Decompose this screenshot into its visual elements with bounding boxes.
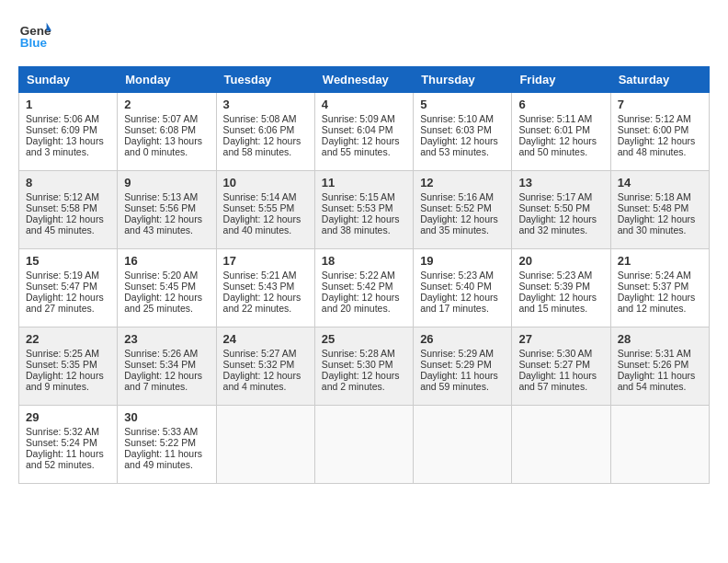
day-number: 14 bbox=[618, 176, 702, 190]
calendar-cell bbox=[414, 406, 512, 484]
day-number: 25 bbox=[322, 332, 406, 346]
daylight-label: Daylight: 12 hours and 48 minutes. bbox=[618, 135, 696, 157]
calendar-cell: 14 Sunrise: 5:18 AM Sunset: 5:48 PM Dayl… bbox=[610, 171, 709, 249]
weekday-header-row: SundayMondayTuesdayWednesdayThursdayFrid… bbox=[19, 67, 710, 93]
sunrise-label: Sunrise: 5:29 AM bbox=[420, 348, 494, 359]
daylight-label: Daylight: 12 hours and 7 minutes. bbox=[124, 370, 202, 392]
sunset-label: Sunset: 5:27 PM bbox=[518, 359, 590, 370]
sunset-label: Sunset: 5:34 PM bbox=[124, 359, 196, 370]
sunrise-label: Sunrise: 5:15 AM bbox=[322, 191, 395, 202]
calendar-cell: 18 Sunrise: 5:22 AM Sunset: 5:42 PM Dayl… bbox=[314, 249, 413, 327]
sunrise-label: Sunrise: 5:25 AM bbox=[26, 348, 99, 359]
weekday-tuesday: Tuesday bbox=[216, 67, 314, 93]
sunset-label: Sunset: 5:40 PM bbox=[420, 281, 492, 292]
sunset-label: Sunset: 6:03 PM bbox=[420, 124, 492, 135]
sunset-label: Sunset: 5:24 PM bbox=[26, 437, 97, 448]
calendar-cell: 16 Sunrise: 5:20 AM Sunset: 5:45 PM Dayl… bbox=[118, 249, 216, 327]
daylight-label: Daylight: 12 hours and 58 minutes. bbox=[223, 135, 301, 157]
sunset-label: Sunset: 6:08 PM bbox=[124, 124, 196, 135]
sunset-label: Sunset: 5:47 PM bbox=[26, 281, 97, 292]
daylight-label: Daylight: 11 hours and 57 minutes. bbox=[518, 370, 597, 392]
calendar-body: 1 Sunrise: 5:06 AM Sunset: 6:09 PM Dayli… bbox=[19, 93, 710, 484]
daylight-label: Daylight: 12 hours and 22 minutes. bbox=[223, 292, 301, 314]
day-number: 29 bbox=[26, 410, 110, 424]
sunrise-label: Sunrise: 5:27 AM bbox=[223, 348, 297, 359]
daylight-label: Daylight: 12 hours and 27 minutes. bbox=[26, 292, 104, 314]
sunset-label: Sunset: 5:42 PM bbox=[322, 281, 393, 292]
sunrise-label: Sunrise: 5:20 AM bbox=[124, 270, 198, 281]
week-row-3: 15 Sunrise: 5:19 AM Sunset: 5:47 PM Dayl… bbox=[19, 249, 710, 327]
sunset-label: Sunset: 5:39 PM bbox=[518, 281, 590, 292]
calendar-cell: 30 Sunrise: 5:33 AM Sunset: 5:22 PM Dayl… bbox=[118, 406, 216, 484]
day-number: 2 bbox=[124, 98, 209, 111]
svg-text:Blue: Blue bbox=[20, 36, 48, 50]
daylight-label: Daylight: 11 hours and 49 minutes. bbox=[124, 448, 202, 470]
daylight-label: Daylight: 12 hours and 17 minutes. bbox=[420, 292, 498, 314]
day-number: 16 bbox=[124, 254, 209, 268]
day-number: 11 bbox=[322, 176, 406, 190]
day-number: 7 bbox=[618, 98, 702, 111]
daylight-label: Daylight: 12 hours and 9 minutes. bbox=[26, 370, 104, 392]
daylight-label: Daylight: 12 hours and 43 minutes. bbox=[124, 213, 202, 236]
calendar-cell: 11 Sunrise: 5:15 AM Sunset: 5:53 PM Dayl… bbox=[314, 171, 413, 249]
sunset-label: Sunset: 5:58 PM bbox=[26, 202, 97, 213]
weekday-friday: Friday bbox=[512, 67, 610, 93]
sunset-label: Sunset: 5:26 PM bbox=[618, 359, 689, 370]
calendar-cell: 12 Sunrise: 5:16 AM Sunset: 5:52 PM Dayl… bbox=[414, 171, 512, 249]
sunset-label: Sunset: 6:00 PM bbox=[618, 124, 689, 135]
sunrise-label: Sunrise: 5:26 AM bbox=[124, 348, 198, 359]
day-number: 23 bbox=[124, 332, 209, 346]
sunrise-label: Sunrise: 5:14 AM bbox=[223, 191, 297, 202]
calendar-cell: 28 Sunrise: 5:31 AM Sunset: 5:26 PM Dayl… bbox=[610, 327, 709, 406]
sunrise-label: Sunrise: 5:18 AM bbox=[618, 191, 691, 202]
sunset-label: Sunset: 5:35 PM bbox=[26, 359, 97, 370]
daylight-label: Daylight: 12 hours and 25 minutes. bbox=[124, 292, 202, 314]
day-number: 24 bbox=[223, 332, 308, 346]
calendar-cell: 19 Sunrise: 5:23 AM Sunset: 5:40 PM Dayl… bbox=[414, 249, 512, 327]
sunset-label: Sunset: 5:53 PM bbox=[322, 202, 393, 213]
day-number: 6 bbox=[518, 98, 603, 111]
day-number: 9 bbox=[124, 176, 209, 190]
calendar-cell: 9 Sunrise: 5:13 AM Sunset: 5:56 PM Dayli… bbox=[118, 171, 216, 249]
sunset-label: Sunset: 5:55 PM bbox=[223, 202, 295, 213]
day-number: 22 bbox=[26, 332, 110, 346]
daylight-label: Daylight: 12 hours and 4 minutes. bbox=[223, 370, 301, 392]
sunset-label: Sunset: 5:56 PM bbox=[124, 202, 196, 213]
daylight-label: Daylight: 12 hours and 20 minutes. bbox=[322, 292, 400, 314]
calendar-cell: 22 Sunrise: 5:25 AM Sunset: 5:35 PM Dayl… bbox=[19, 327, 118, 406]
calendar-cell: 10 Sunrise: 5:14 AM Sunset: 5:55 PM Dayl… bbox=[216, 171, 314, 249]
daylight-label: Daylight: 11 hours and 54 minutes. bbox=[618, 370, 696, 392]
sunrise-label: Sunrise: 5:24 AM bbox=[618, 270, 691, 281]
calendar-cell: 20 Sunrise: 5:23 AM Sunset: 5:39 PM Dayl… bbox=[512, 249, 610, 327]
daylight-label: Daylight: 12 hours and 50 minutes. bbox=[518, 135, 597, 157]
week-row-5: 29 Sunrise: 5:32 AM Sunset: 5:24 PM Dayl… bbox=[19, 406, 710, 484]
sunrise-label: Sunrise: 5:19 AM bbox=[26, 270, 99, 281]
sunrise-label: Sunrise: 5:33 AM bbox=[124, 426, 198, 437]
calendar-cell bbox=[512, 406, 610, 484]
calendar-cell: 27 Sunrise: 5:30 AM Sunset: 5:27 PM Dayl… bbox=[512, 327, 610, 406]
day-number: 8 bbox=[26, 176, 110, 190]
week-row-4: 22 Sunrise: 5:25 AM Sunset: 5:35 PM Dayl… bbox=[19, 327, 710, 406]
day-number: 10 bbox=[223, 176, 308, 190]
calendar-cell: 15 Sunrise: 5:19 AM Sunset: 5:47 PM Dayl… bbox=[19, 249, 118, 327]
calendar-cell: 7 Sunrise: 5:12 AM Sunset: 6:00 PM Dayli… bbox=[610, 93, 709, 171]
sunset-label: Sunset: 5:30 PM bbox=[322, 359, 393, 370]
daylight-label: Daylight: 12 hours and 38 minutes. bbox=[322, 213, 400, 236]
sunrise-label: Sunrise: 5:06 AM bbox=[26, 113, 99, 124]
calendar-cell: 8 Sunrise: 5:12 AM Sunset: 5:58 PM Dayli… bbox=[19, 171, 118, 249]
daylight-label: Daylight: 12 hours and 12 minutes. bbox=[618, 292, 696, 314]
day-number: 15 bbox=[26, 254, 110, 268]
sunrise-label: Sunrise: 5:08 AM bbox=[223, 113, 297, 124]
calendar-cell: 21 Sunrise: 5:24 AM Sunset: 5:37 PM Dayl… bbox=[610, 249, 709, 327]
daylight-label: Daylight: 11 hours and 59 minutes. bbox=[420, 370, 498, 392]
week-row-1: 1 Sunrise: 5:06 AM Sunset: 6:09 PM Dayli… bbox=[19, 93, 710, 171]
calendar-cell: 3 Sunrise: 5:08 AM Sunset: 6:06 PM Dayli… bbox=[216, 93, 314, 171]
sunrise-label: Sunrise: 5:30 AM bbox=[518, 348, 592, 359]
sunset-label: Sunset: 5:43 PM bbox=[223, 281, 295, 292]
calendar-cell: 29 Sunrise: 5:32 AM Sunset: 5:24 PM Dayl… bbox=[19, 406, 118, 484]
weekday-sunday: Sunday bbox=[19, 67, 118, 93]
sunrise-label: Sunrise: 5:23 AM bbox=[420, 270, 494, 281]
weekday-thursday: Thursday bbox=[414, 67, 512, 93]
daylight-label: Daylight: 12 hours and 53 minutes. bbox=[420, 135, 498, 157]
daylight-label: Daylight: 12 hours and 2 minutes. bbox=[322, 370, 400, 392]
